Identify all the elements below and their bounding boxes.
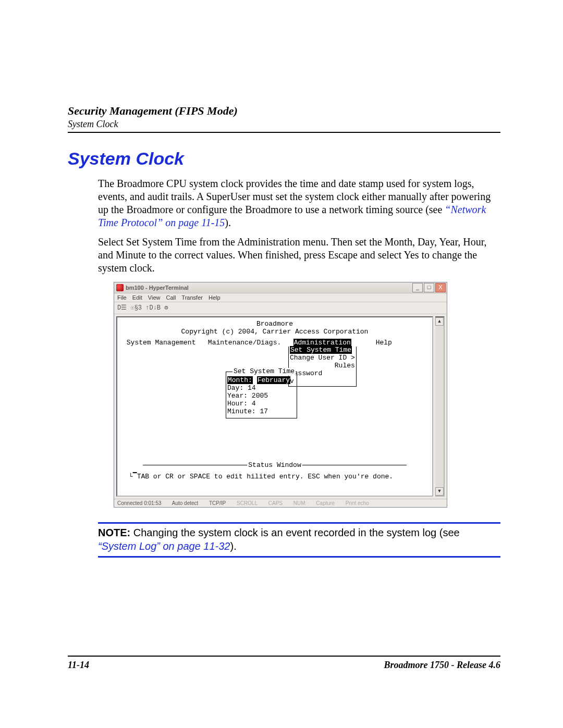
menu-file[interactable]: File [117, 294, 127, 301]
status-message: └▔TAB or CR or SPACE to edit hilited ent… [129, 473, 393, 481]
note-text: NOTE: Changing the system clock is an ev… [98, 526, 500, 553]
term-app-name: Broadmore [123, 320, 427, 328]
toolbar[interactable]: D☰ ☉§3 ↑D↓B ⚙ [114, 302, 447, 314]
menu-edit[interactable]: Edit [132, 294, 142, 301]
admin-dropdown: Set System Time Change User ID > Rules P… [288, 347, 357, 387]
app-icon [116, 284, 124, 291]
paragraph-2: Select Set System Time from the Administ… [98, 236, 500, 275]
dropdown-change-uid[interactable]: Change User ID > [290, 354, 355, 362]
window-controls: _ □ X [412, 283, 446, 292]
status-detect: Auto detect [172, 500, 199, 506]
dropdown-set-time[interactable]: Set System Time [290, 346, 352, 354]
cross-ref-syslog[interactable]: “System Log” on page 11-32 [98, 540, 230, 552]
header-title: Security Management (FIPS Mode) [68, 104, 500, 118]
note-body-2: ). [230, 540, 237, 552]
maximize-button[interactable]: □ [424, 283, 434, 292]
month-label: Month: [227, 376, 253, 384]
menu-transfer[interactable]: Transfer [181, 294, 203, 301]
status-window-title: Status Window [123, 462, 427, 470]
term-menu-admin[interactable]: Administration [293, 339, 351, 347]
para1-text-a: The Broadmore CPU system clock provides … [98, 178, 491, 215]
menu-help[interactable]: Help [209, 294, 221, 301]
term-menu-sysmgmt[interactable]: System Management [127, 339, 196, 347]
status-num: NUM [293, 500, 305, 506]
month-value[interactable]: February [257, 376, 290, 384]
dropdown-password[interactable]: Password [290, 370, 355, 378]
status-proto: TCP/IP [209, 500, 226, 506]
paragraph-1: The Broadmore CPU system clock provides … [98, 177, 500, 229]
status-caps: CAPS [268, 500, 283, 506]
para1-text-b: ). [225, 217, 231, 228]
note-label: NOTE: [98, 527, 130, 538]
day-value[interactable]: 14 [248, 384, 256, 392]
dropdown-v[interactable]: v [290, 378, 355, 386]
status-connected: Connected 0:01:53 [117, 500, 162, 506]
year-label: Year: [227, 392, 248, 400]
minute-value[interactable]: 17 [260, 408, 268, 415]
term-menu-maint[interactable]: Maintenance/Diags. [208, 339, 281, 347]
status-scroll: SCROLL [237, 500, 258, 506]
term-copyright: Copyright (c) 2004, Carrier Access Corpo… [123, 328, 427, 336]
doc-title: Broadmore 1750 - Release 4.6 [384, 660, 500, 671]
page-footer: 11-14 Broadmore 1750 - Release 4.6 [68, 656, 500, 671]
statusbar: Connected 0:01:53 Auto detect TCP/IP SCR… [114, 499, 447, 507]
footer-rule [68, 656, 500, 657]
term-menubar: System Management Maintenance/Diags. Adm… [123, 339, 427, 347]
client-area: Broadmore Copyright (c) 2004, Carrier Ac… [114, 314, 447, 499]
page-number: 11-14 [68, 660, 89, 671]
close-button[interactable]: X [435, 283, 446, 292]
titlebar: bm100 - HyperTerminal _ □ X [114, 282, 447, 293]
day-label: Day: [227, 384, 243, 392]
header-subtitle: System Clock [68, 119, 500, 130]
hour-value[interactable]: 4 [252, 400, 256, 408]
window-title: bm100 - HyperTerminal [126, 285, 412, 291]
menu-view[interactable]: View [148, 294, 161, 301]
terminal-pane[interactable]: Broadmore Copyright (c) 2004, Carrier Ac… [116, 316, 433, 497]
set-time-dialog: Set System Time Month: February Day: 14 … [226, 372, 297, 418]
year-value[interactable]: 2005 [252, 392, 268, 400]
scroll-down-icon[interactable]: ▼ [435, 487, 444, 496]
note-rule-top [98, 522, 500, 524]
dropdown-rules[interactable]: Rules [290, 362, 355, 370]
status-echo: Print echo [346, 500, 369, 506]
menubar: File Edit View Call Transfer Help [114, 293, 447, 302]
note-body-1: Changing the system clock is an event re… [130, 527, 459, 538]
menu-call[interactable]: Call [166, 294, 176, 301]
hyperterminal-window: bm100 - HyperTerminal _ □ X File Edit Vi… [114, 282, 447, 508]
term-menu-help[interactable]: Help [376, 339, 392, 347]
embedded-screenshot: bm100 - HyperTerminal _ □ X File Edit Vi… [114, 282, 447, 508]
running-header: Security Management (FIPS Mode) System C… [68, 104, 500, 133]
document-page: Security Management (FIPS Mode) System C… [0, 0, 563, 728]
set-time-title: Set System Time [232, 368, 296, 376]
section-heading: System Clock [68, 149, 500, 169]
minimize-button[interactable]: _ [412, 283, 423, 292]
note-block: NOTE: Changing the system clock is an ev… [98, 522, 500, 558]
scroll-up-icon[interactable]: ▲ [435, 317, 444, 326]
hour-label: Hour: [227, 400, 248, 408]
status-capture: Capture [316, 500, 335, 506]
scrollbar[interactable]: ▲ ▼ [435, 316, 445, 497]
minute-label: Minute: [227, 408, 256, 415]
header-rule [68, 132, 500, 133]
note-rule-bottom [98, 556, 500, 558]
